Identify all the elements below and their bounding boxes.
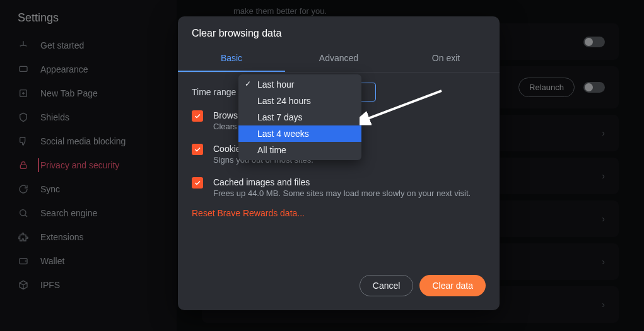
time-range-dropdown: Last hour Last 24 hours Last 7 days Last… — [238, 74, 361, 160]
cancel-button[interactable]: Cancel — [360, 275, 414, 296]
option-sub: Frees up 44.0 MB. Some sites may load mo… — [213, 189, 486, 198]
clear-data-modal: Clear browsing data Basic Advanced On ex… — [178, 16, 500, 310]
option-title: Cached images and files — [213, 177, 486, 187]
option-cache[interactable]: Cached images and files Frees up 44.0 MB… — [192, 171, 486, 204]
tab-basic[interactable]: Basic — [178, 47, 285, 72]
dropdown-item-all-time[interactable]: All time — [238, 142, 361, 158]
time-range-label: Time range — [192, 87, 236, 97]
checkbox-checked-icon[interactable] — [192, 177, 203, 189]
checkbox-checked-icon[interactable] — [192, 144, 203, 155]
tab-advanced[interactable]: Advanced — [285, 47, 392, 72]
dropdown-item-last-4w[interactable]: Last 4 weeks — [238, 125, 361, 142]
clear-data-button[interactable]: Clear data — [419, 275, 486, 296]
dropdown-item-last-7d[interactable]: Last 7 days — [238, 109, 361, 125]
dropdown-item-last-hour[interactable]: Last hour — [238, 76, 361, 93]
checkbox-checked-icon[interactable] — [192, 110, 203, 122]
dropdown-item-last-24h[interactable]: Last 24 hours — [238, 93, 361, 109]
modal-tabs: Basic Advanced On exit — [178, 47, 500, 73]
modal-title: Clear browsing data — [178, 16, 500, 47]
reset-rewards-link[interactable]: Reset Brave Rewards data... — [192, 204, 486, 222]
tab-on-exit[interactable]: On exit — [392, 47, 500, 72]
